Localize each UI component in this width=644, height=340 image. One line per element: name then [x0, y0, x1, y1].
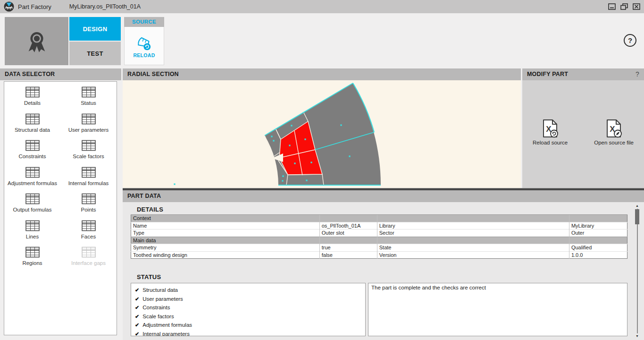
- data-selector-item-label: Internal formulas: [68, 180, 109, 186]
- data-selector-item-adjustment-formulas[interactable]: Adjustment formulas: [4, 167, 60, 194]
- table-icon: [25, 220, 40, 231]
- data-selector-item-faces[interactable]: Faces: [60, 220, 117, 247]
- help-icon[interactable]: ?: [624, 34, 636, 47]
- source-group-label: SOURCE: [124, 17, 164, 27]
- data-selector-item-scale-factors[interactable]: Scale factors: [60, 140, 117, 167]
- status-message-box: The part is complete and the checks are …: [368, 283, 627, 336]
- status-check-label: Internal parameters: [142, 331, 190, 337]
- status-check-label: User parameters: [142, 296, 183, 302]
- qualification-badge: [5, 17, 68, 65]
- minimize-icon[interactable]: [608, 3, 616, 10]
- data-selector-item-label: Output formulas: [13, 207, 52, 212]
- source-group: SOURCE RELOAD: [124, 17, 164, 65]
- status-section-title: STATUS: [137, 273, 161, 280]
- status-check-label: Adjustment formulas: [142, 322, 192, 328]
- restore-icon[interactable]: [620, 3, 628, 10]
- data-selector-item-points[interactable]: Points: [60, 193, 117, 220]
- table-icon: [82, 220, 96, 231]
- status-check-item: ✔User parameters: [135, 295, 361, 304]
- document-title: MyLibrary.os_PllTooth_01A: [69, 3, 141, 10]
- table-icon: [82, 167, 96, 178]
- check-icon: ✔: [135, 322, 139, 328]
- table-icon: [82, 140, 96, 151]
- data-selector-item-label: Status: [81, 100, 96, 106]
- table-row: SymmetrytrueStateQualified: [131, 244, 627, 252]
- data-selector-item-label: Scale factors: [73, 153, 104, 159]
- reload-source-button[interactable]: X Reload source: [533, 119, 568, 188]
- app-name: Part Factory: [18, 3, 51, 10]
- modify-part-panel: MODIFY PART ? X Reload source X Open s: [522, 68, 644, 188]
- status-check-item: ✔Adjustment formulas: [135, 321, 361, 330]
- details-section-title: DETAILS: [137, 206, 163, 213]
- data-selector-item-user-parameters[interactable]: User parameters: [60, 113, 117, 140]
- data-selector-item-output-formulas[interactable]: Output formulas: [4, 193, 60, 220]
- check-icon: ✔: [135, 305, 139, 310]
- reload-source-icon: X: [542, 119, 558, 138]
- table-icon: [82, 193, 96, 204]
- app-logo-icon: [4, 1, 14, 12]
- data-selector-item-details[interactable]: Details: [4, 86, 60, 113]
- status-check-item: ✔Constraints: [135, 303, 361, 312]
- data-selector-item-label: Faces: [81, 234, 96, 239]
- data-selector-item-label: Lines: [26, 234, 39, 239]
- open-source-file-button[interactable]: X Open source file: [594, 119, 634, 188]
- details-table-body: ContextNameos_PllTooth_01ALibraryMyLibra…: [131, 215, 627, 259]
- radial-section-header: RADIAL SECTION: [123, 68, 521, 80]
- data-selector-item-lines[interactable]: Lines: [4, 220, 60, 247]
- table-icon: [25, 113, 40, 125]
- data-selector-item-structural-data[interactable]: Structural data: [4, 113, 60, 140]
- data-selector-item-label: Interface gaps: [71, 260, 106, 266]
- reload-sector-icon: [135, 34, 153, 51]
- status-check-label: Constraints: [142, 305, 170, 310]
- open-source-file-label: Open source file: [594, 140, 634, 145]
- radial-section-canvas[interactable]: [123, 80, 521, 188]
- status-check-item: ✔Internal parameters: [135, 330, 361, 337]
- table-icon: [25, 86, 40, 98]
- table-icon: [82, 86, 96, 98]
- modify-part-help-icon[interactable]: ?: [636, 68, 639, 80]
- scrollbar-down-arrow[interactable]: ▼: [634, 334, 640, 339]
- status-message: The part is complete and the checks are …: [371, 285, 486, 290]
- table-icon: [25, 193, 40, 204]
- data-selector-item-constraints[interactable]: Constraints: [4, 140, 60, 167]
- mode-tabs: DESIGN TEST: [69, 17, 121, 65]
- radial-section-drawing: [123, 80, 521, 188]
- data-selector-item-label: Structural data: [15, 127, 50, 133]
- details-group-row: Main data: [131, 237, 627, 244]
- reload-source-label: Reload source: [533, 140, 568, 145]
- modify-part-body: X Reload source X Open source file: [522, 80, 644, 188]
- check-icon: ✔: [135, 296, 139, 302]
- table-icon: [82, 246, 96, 258]
- table-icon: [82, 113, 96, 125]
- check-icon: ✔: [135, 287, 139, 293]
- table-icon: [25, 140, 40, 151]
- status-check-label: Structural data: [142, 287, 178, 293]
- data-selector-box: DetailsStatusStructural dataUser paramet…: [4, 81, 117, 335]
- scrollbar-thumb[interactable]: [635, 209, 639, 224]
- scrollbar-track[interactable]: [637, 209, 638, 333]
- data-selector-item-label: Regions: [22, 260, 42, 266]
- data-selector-header: DATA SELECTOR: [0, 68, 121, 80]
- radial-section-panel: RADIAL SECTION: [123, 68, 521, 188]
- data-selector-item-regions[interactable]: Regions: [4, 246, 60, 273]
- modify-part-title: MODIFY PART: [527, 71, 568, 77]
- status-check-item: ✔Scale factors: [135, 312, 361, 321]
- open-source-file-icon: X: [606, 119, 622, 138]
- status-check-label: Scale factors: [142, 314, 174, 319]
- reload-button[interactable]: RELOAD: [124, 27, 164, 65]
- close-icon[interactable]: [633, 3, 640, 10]
- part-data-panel: PART DATA DETAILS ContextNameos_PllTooth…: [123, 190, 644, 340]
- data-selector-item-status[interactable]: Status: [60, 86, 117, 113]
- scrollbar-up-arrow[interactable]: ▲: [634, 204, 640, 208]
- data-selector-item-internal-formulas[interactable]: Internal formulas: [60, 167, 117, 194]
- data-selector-item-label: Adjustment formulas: [8, 180, 57, 186]
- table-icon: [25, 246, 40, 258]
- tab-test[interactable]: TEST: [69, 42, 121, 65]
- status-checks-box: ✔Structural data✔User parameters✔Constra…: [131, 283, 366, 336]
- data-selector-grid: DetailsStatusStructural dataUser paramet…: [4, 82, 117, 273]
- titlebar: Part Factory MyLibrary.os_PllTooth_01A: [0, 0, 644, 13]
- tab-design[interactable]: DESIGN: [69, 17, 121, 41]
- check-icon: ✔: [135, 331, 139, 337]
- data-selector-item-label: Constraints: [18, 153, 46, 159]
- part-data-scrollbar: ▲ ▼: [634, 204, 640, 339]
